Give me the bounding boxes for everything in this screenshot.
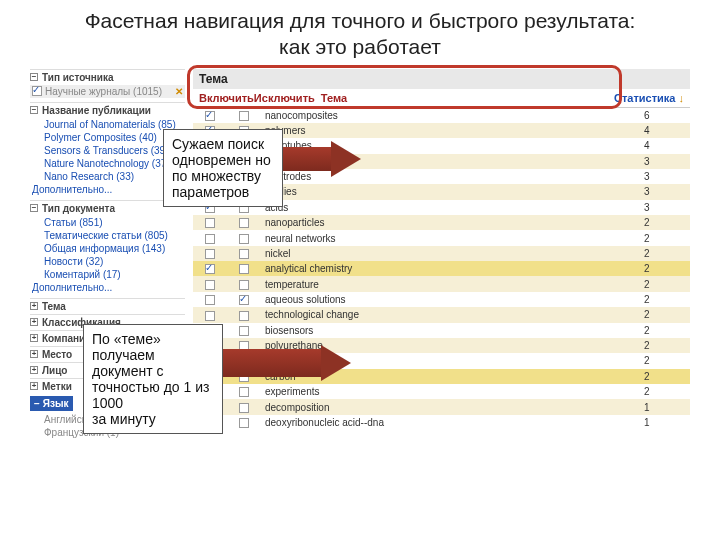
topic-count: 6 — [640, 108, 690, 123]
expand-icon: + — [30, 366, 38, 374]
col-tema: Тема — [321, 92, 347, 104]
include-checkbox[interactable] — [205, 280, 215, 290]
topic-name: analytical chemistry — [261, 261, 640, 276]
topic-count: 2 — [640, 353, 690, 368]
topic-count: 2 — [640, 369, 690, 384]
collapse-icon: − — [30, 73, 38, 81]
facet-item[interactable]: Sensors & Transducers (39) — [30, 144, 185, 157]
topic-count: 3 — [640, 154, 690, 169]
facet-label: Лицо — [42, 365, 67, 376]
include-checkbox[interactable] — [205, 295, 215, 305]
remove-icon[interactable]: ✕ — [175, 86, 183, 97]
exclude-checkbox[interactable] — [239, 280, 249, 290]
topic-name: technological change — [261, 307, 640, 322]
collapse-icon: − — [30, 204, 38, 212]
topic-count: 4 — [640, 123, 690, 138]
topic-name: electrodes — [261, 169, 640, 184]
topic-count: 1 — [640, 415, 690, 430]
facet-item[interactable]: Статьи (851) — [30, 216, 185, 229]
facet-item[interactable]: Тематические статьи (805) — [30, 229, 185, 242]
topic-name: deoxyribonucleic acid--dna — [261, 415, 640, 430]
expand-icon: + — [30, 302, 38, 310]
topic-count: 2 — [640, 292, 690, 307]
topic-name: experiments — [261, 384, 640, 399]
exclude-checkbox[interactable] — [239, 403, 249, 413]
facet-label: Метки — [42, 381, 72, 392]
show-more-link[interactable]: Дополнительно... — [30, 281, 185, 294]
topic-name: nickel — [261, 246, 640, 261]
show-more-link[interactable]: Дополнительно... — [30, 183, 185, 196]
topic-count: 1 — [640, 399, 690, 414]
topic-name: polymers — [261, 123, 640, 138]
include-checkbox[interactable] — [205, 111, 215, 121]
sort-icon[interactable]: ↓ — [679, 92, 685, 104]
facet-label: Место — [42, 349, 72, 360]
topic-row[interactable]: experiments2 — [193, 384, 690, 399]
facet-selected-chip[interactable]: Научные журналы (1015) ✕ — [30, 85, 185, 98]
topic-row[interactable]: aqueous solutions2 — [193, 292, 690, 307]
topic-row[interactable]: analytical chemistry2 — [193, 261, 690, 276]
topic-count: 2 — [640, 276, 690, 291]
topic-row[interactable]: nanocomposites6 — [193, 108, 690, 123]
topic-row[interactable]: technological change2 — [193, 307, 690, 322]
topic-count: 4 — [640, 138, 690, 153]
topic-name: decomposition — [261, 399, 640, 414]
exclude-checkbox[interactable] — [239, 418, 249, 428]
facet-label: Язык — [43, 398, 69, 409]
topic-name: acids — [261, 200, 640, 215]
facet-source-type[interactable]: −Тип источника — [30, 69, 185, 85]
facet-item[interactable]: Nature Nanotechnology (37) — [30, 157, 185, 170]
topic-panel: Тема ВключитьИсключить Тема Статистика ↓… — [193, 69, 690, 439]
exclude-checkbox[interactable] — [239, 264, 249, 274]
panel-header-row: ВключитьИсключить Тема Статистика ↓ — [193, 89, 690, 108]
col-exclude[interactable]: Исключить — [254, 92, 315, 104]
topic-count: 2 — [640, 323, 690, 338]
topic-count: 3 — [640, 200, 690, 215]
exclude-checkbox[interactable] — [239, 249, 249, 259]
exclude-checkbox[interactable] — [239, 234, 249, 244]
facet-value: Научные журналы (1015) — [45, 86, 162, 97]
topic-count: 2 — [640, 230, 690, 245]
topic-name: temperature — [261, 276, 640, 291]
facet-item[interactable]: Nano Research (33) — [30, 170, 185, 183]
include-checkbox[interactable] — [205, 311, 215, 321]
facet-item[interactable]: Коментарий (17) — [30, 268, 185, 281]
include-checkbox[interactable] — [205, 234, 215, 244]
topic-count: 2 — [640, 215, 690, 230]
topic-count: 2 — [640, 338, 690, 353]
facet-item[interactable]: Polymer Composites (40) — [30, 131, 185, 144]
facet-label: Тип источника — [42, 72, 114, 83]
topic-row[interactable]: deoxyribonucleic acid--dna1 — [193, 415, 690, 430]
facet-item[interactable]: Journal of Nanomaterials (85) — [30, 118, 185, 131]
col-stat[interactable]: Статистика — [614, 92, 676, 104]
facet-label: Тема — [42, 301, 66, 312]
facet-item[interactable]: Новости (32) — [30, 255, 185, 268]
include-checkbox[interactable] — [205, 249, 215, 259]
topic-count: 2 — [640, 246, 690, 261]
topic-row[interactable]: biosensors2 — [193, 323, 690, 338]
exclude-checkbox[interactable] — [239, 326, 249, 336]
include-checkbox[interactable] — [205, 264, 215, 274]
exclude-checkbox[interactable] — [239, 311, 249, 321]
topic-row[interactable]: temperature2 — [193, 276, 690, 291]
exclude-checkbox[interactable] — [239, 295, 249, 305]
facet-tema[interactable]: +Тема — [30, 298, 185, 314]
facet-language-active[interactable]: −Язык — [30, 396, 73, 411]
topic-row[interactable]: decomposition1 — [193, 399, 690, 414]
expand-icon: + — [30, 382, 38, 390]
include-checkbox[interactable] — [205, 218, 215, 228]
exclude-checkbox[interactable] — [239, 218, 249, 228]
expand-icon: + — [30, 318, 38, 326]
topic-row[interactable]: nanoparticles2 — [193, 215, 690, 230]
topic-name: biosensors — [261, 323, 640, 338]
topic-row[interactable]: nickel2 — [193, 246, 690, 261]
col-include[interactable]: Включить — [199, 92, 254, 104]
panel-title: Тема — [193, 69, 690, 89]
exclude-checkbox[interactable] — [239, 111, 249, 121]
topic-row[interactable]: neural networks2 — [193, 230, 690, 245]
facet-label: Название публикации — [42, 105, 151, 116]
facet-pub-title: −Название публикации Journal of Nanomate… — [30, 102, 185, 196]
facet-item[interactable]: Общая информация (143) — [30, 242, 185, 255]
exclude-checkbox[interactable] — [239, 387, 249, 397]
topic-count: 2 — [640, 384, 690, 399]
